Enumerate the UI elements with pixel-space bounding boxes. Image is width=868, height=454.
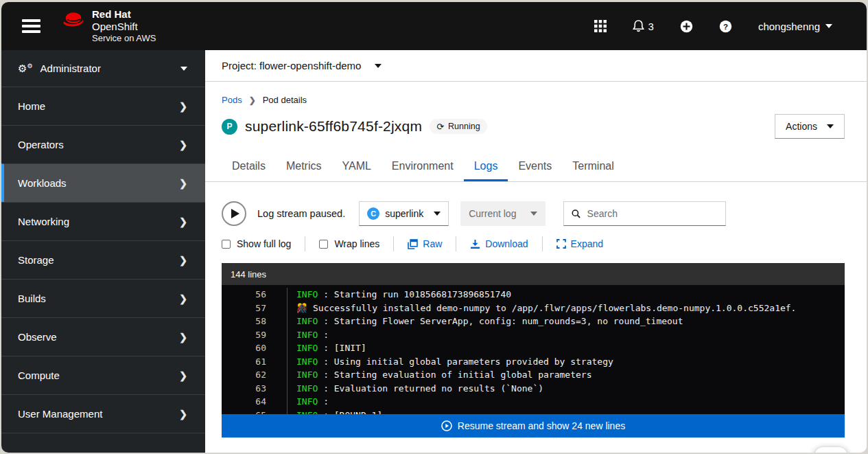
divider bbox=[393, 236, 394, 251]
sidebar-item-networking[interactable]: Networking❯ bbox=[1, 202, 205, 240]
notification-count: 3 bbox=[648, 21, 654, 32]
divider bbox=[456, 236, 456, 251]
perspective-switcher[interactable]: ⚙⚙ Administrator bbox=[1, 50, 205, 87]
brand-redhat: Red Hat bbox=[92, 8, 156, 21]
wrap-lines-checkbox[interactable]: Wrap lines bbox=[319, 238, 379, 249]
breadcrumb-pods-link[interactable]: Pods bbox=[222, 95, 242, 105]
log-search-box bbox=[563, 201, 726, 226]
status-badge: ⟳ Running bbox=[430, 119, 486, 134]
import-plus-circle-icon[interactable] bbox=[680, 20, 693, 33]
log-output[interactable]: 56INFO : Starting run 101856681738968517… bbox=[222, 285, 845, 414]
resume-stream-play-button[interactable] bbox=[222, 201, 246, 226]
project-selector-label: Project: flower-openshift-demo bbox=[222, 60, 361, 71]
download-link[interactable]: Download bbox=[470, 238, 528, 249]
svg-text:?: ? bbox=[723, 22, 728, 30]
log-type-select[interactable]: Current log bbox=[460, 201, 546, 226]
chevron-right-icon: ❯ bbox=[179, 332, 187, 343]
sidebar-nav: ⚙⚙ Administrator Home❯ Operators❯ Worklo… bbox=[1, 50, 205, 453]
masthead-toolbar: 3 ? chongshenng bbox=[594, 20, 832, 33]
project-selector[interactable]: Project: flower-openshift-demo bbox=[205, 50, 867, 82]
log-line: 65INFO : [ROUND 1] bbox=[222, 409, 845, 415]
log-line: 62INFO : Starting evaluation of initial … bbox=[222, 368, 845, 382]
checkbox-icon bbox=[222, 240, 231, 249]
log-viewer: 144 lines 56INFO : Starting run 10185668… bbox=[222, 263, 845, 438]
tab-environment[interactable]: Environment bbox=[382, 153, 464, 181]
divider bbox=[305, 236, 305, 251]
chevron-right-icon: ❯ bbox=[179, 293, 187, 304]
perspective-label: Administrator bbox=[40, 63, 101, 74]
play-icon bbox=[231, 209, 239, 218]
tab-logs[interactable]: Logs bbox=[464, 153, 508, 181]
log-line: 61INFO : Using initial global parameters… bbox=[222, 355, 845, 369]
chevron-down-icon bbox=[375, 64, 382, 68]
log-type-value: Current log bbox=[469, 208, 516, 219]
tab-yaml[interactable]: YAML bbox=[331, 153, 381, 181]
bell-icon bbox=[633, 20, 644, 32]
log-line: 59INFO : bbox=[222, 328, 845, 342]
sidebar-item-operators[interactable]: Operators❯ bbox=[1, 125, 205, 163]
brand-service: Service on AWS bbox=[92, 33, 156, 44]
raw-link[interactable]: Raw bbox=[408, 238, 442, 249]
resume-stream-banner[interactable]: Resume stream and show 24 new lines bbox=[222, 414, 845, 438]
play-circle-icon bbox=[441, 420, 452, 431]
chevron-down-icon bbox=[180, 67, 187, 71]
log-controls-row: Log stream paused. C superlink Current l… bbox=[222, 201, 845, 226]
nav-toggle-hamburger-icon[interactable] bbox=[22, 16, 40, 36]
user-menu[interactable]: chongshenng bbox=[758, 21, 832, 32]
container-badge-icon: C bbox=[367, 207, 379, 220]
brand-text: Red Hat OpenShift Service on AWS bbox=[92, 8, 156, 44]
status-label: Running bbox=[448, 122, 480, 131]
page-title: superlink-65ff6b745f-2jxqm bbox=[245, 118, 422, 135]
tab-events[interactable]: Events bbox=[508, 153, 562, 181]
notifications-bell[interactable]: 3 bbox=[633, 20, 654, 32]
sidebar-item-user-management[interactable]: User Management❯ bbox=[1, 394, 205, 433]
expand-link[interactable]: Expand bbox=[556, 238, 603, 249]
sidebar-item-home[interactable]: Home❯ bbox=[1, 87, 205, 125]
sidebar-item-observe[interactable]: Observe❯ bbox=[1, 317, 205, 356]
brand-openshift: OpenShift bbox=[92, 21, 156, 33]
sidebar-item-compute[interactable]: Compute❯ bbox=[1, 356, 205, 394]
sidebar-item-workloads[interactable]: Workloads❯ bbox=[1, 163, 205, 202]
actions-button[interactable]: Actions bbox=[775, 114, 845, 139]
breadcrumb-current: Pod details bbox=[263, 95, 307, 105]
chevron-down-icon bbox=[825, 24, 832, 28]
chevron-right-icon: ❯ bbox=[179, 409, 187, 420]
page-header: Pods ❯ Pod details P superlink-65ff6b745… bbox=[205, 82, 867, 139]
resume-banner-label: Resume stream and show 24 new lines bbox=[458, 420, 625, 431]
show-full-log-checkbox[interactable]: Show full log bbox=[222, 238, 291, 249]
chevron-right-icon: ❯ bbox=[179, 216, 187, 227]
pod-detail-tabs: Details Metrics YAML Environment Logs Ev… bbox=[205, 153, 867, 182]
main-content: Project: flower-openshift-demo Pods ❯ Po… bbox=[205, 50, 867, 453]
chevron-right-icon: ❯ bbox=[179, 370, 187, 381]
search-input[interactable] bbox=[587, 208, 718, 219]
screen-capture-overlay-button[interactable] bbox=[814, 447, 847, 453]
help-question-circle-icon[interactable]: ? bbox=[719, 20, 732, 33]
chevron-down-icon bbox=[530, 212, 537, 216]
search-icon bbox=[572, 209, 580, 219]
log-options-row: Show full log Wrap lines R bbox=[222, 236, 845, 251]
log-line: 60INFO : [INIT] bbox=[222, 341, 845, 355]
chevron-right-icon: ❯ bbox=[179, 255, 187, 266]
expand-icon bbox=[556, 239, 566, 249]
sync-icon: ⟳ bbox=[436, 122, 444, 131]
tab-terminal[interactable]: Terminal bbox=[562, 153, 624, 181]
tab-details[interactable]: Details bbox=[222, 153, 276, 181]
app-window: Red Hat OpenShift Service on AWS 3 bbox=[1, 2, 867, 453]
container-select[interactable]: C superlink bbox=[359, 201, 449, 226]
redhat-fedora-icon bbox=[61, 10, 86, 27]
tab-metrics[interactable]: Metrics bbox=[276, 153, 332, 181]
chevron-right-icon: ❯ bbox=[179, 139, 187, 150]
log-line: 57🎊 Successfully installed demo-numpy to… bbox=[222, 302, 845, 315]
brand-logo: Red Hat OpenShift Service on AWS bbox=[61, 8, 156, 44]
app-launcher-grid-icon[interactable] bbox=[594, 20, 607, 32]
sidebar-item-builds[interactable]: Builds❯ bbox=[1, 279, 205, 317]
sidebar-item-storage[interactable]: Storage❯ bbox=[1, 240, 205, 279]
breadcrumb: Pods ❯ Pod details bbox=[222, 95, 845, 105]
log-line: 58INFO : Starting Flower ServerApp, conf… bbox=[222, 315, 845, 328]
chevron-right-icon: ❯ bbox=[249, 95, 256, 105]
chevron-down-icon bbox=[434, 212, 441, 216]
title-row: P superlink-65ff6b745f-2jxqm ⟳ Running A… bbox=[222, 114, 845, 139]
chevron-down-icon bbox=[827, 124, 834, 128]
username: chongshenng bbox=[758, 21, 820, 32]
log-line-count: 144 lines bbox=[222, 263, 845, 285]
